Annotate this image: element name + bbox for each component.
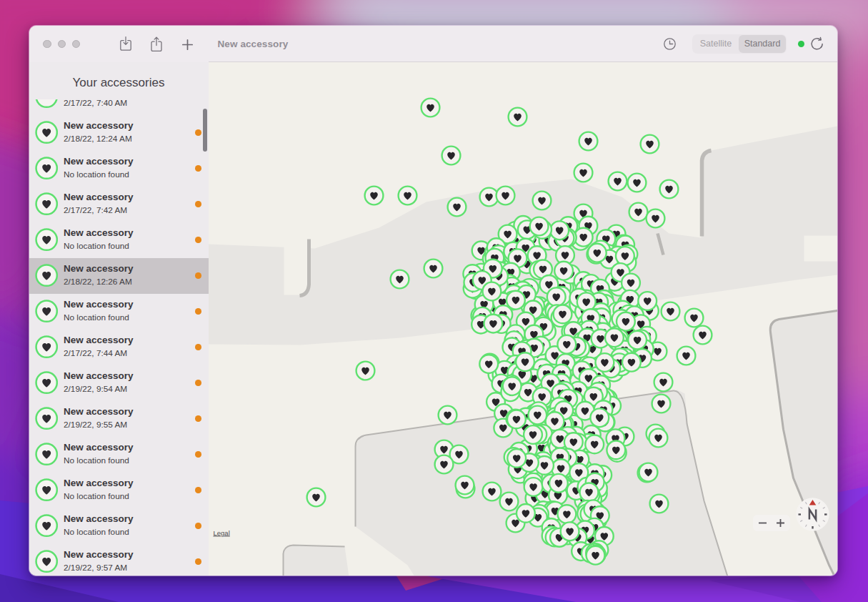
svg-text:Legal: Legal — [213, 528, 229, 536]
